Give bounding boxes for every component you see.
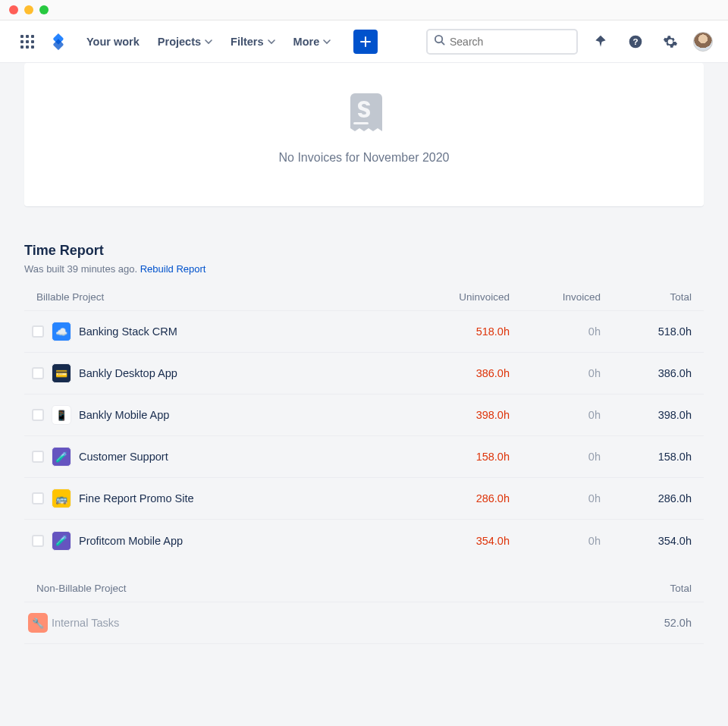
svg-rect-6 bbox=[20, 46, 24, 49]
chevron-down-icon bbox=[268, 36, 275, 48]
built-text: Was built 39 minutes ago. bbox=[24, 263, 137, 275]
primary-menu: Your work Projects Filters More bbox=[86, 30, 378, 54]
project-name: Profitcom Mobile App bbox=[79, 535, 431, 547]
app-switcher-icon[interactable] bbox=[15, 30, 39, 54]
project-icon: 🧪 bbox=[52, 447, 71, 467]
total-hours: 398.0h bbox=[613, 409, 704, 421]
total-hours: 386.0h bbox=[613, 367, 704, 379]
svg-rect-1 bbox=[26, 35, 29, 38]
row-checkbox[interactable] bbox=[32, 535, 44, 547]
col-project: Non-Billable Project bbox=[24, 583, 613, 594]
jira-logo-icon[interactable] bbox=[50, 33, 67, 50]
uninvoiced-hours: 386.0h bbox=[431, 367, 522, 379]
window-titlebar bbox=[0, 0, 728, 20]
total-hours: 518.0h bbox=[613, 325, 704, 338]
invoiced-hours: 0h bbox=[522, 535, 613, 547]
invoiced-hours: 0h bbox=[522, 367, 613, 379]
help-icon[interactable]: ? bbox=[623, 30, 648, 54]
project-icon: ☁️ bbox=[52, 322, 71, 341]
row-checkbox[interactable] bbox=[32, 492, 44, 504]
table-row[interactable]: 🔧Internal Tasks52.0h bbox=[24, 602, 704, 644]
table-row[interactable]: 💳Bankly Desktop App386.0h0h386.0h bbox=[24, 353, 704, 394]
invoiced-hours: 0h bbox=[522, 409, 613, 421]
invoiced-hours: 0h bbox=[522, 492, 613, 504]
project-name: Fine Report Promo Site bbox=[79, 492, 431, 504]
project-name: Bankly Desktop App bbox=[79, 367, 431, 379]
top-navigation: Your work Projects Filters More bbox=[0, 20, 728, 63]
table-row[interactable]: 📱Bankly Mobile App398.0h0h398.0h bbox=[24, 394, 704, 436]
table-header: Billable Project Uninvoiced Invoiced Tot… bbox=[24, 291, 704, 311]
row-checkbox[interactable] bbox=[32, 367, 44, 379]
svg-rect-12 bbox=[353, 122, 369, 124]
menu-label: Your work bbox=[86, 36, 140, 48]
project-icon: 🚌 bbox=[52, 489, 71, 508]
total-hours: 158.0h bbox=[613, 451, 704, 463]
window-minimize-dot[interactable] bbox=[24, 5, 33, 14]
search-input[interactable] bbox=[450, 36, 570, 48]
chevron-down-icon bbox=[205, 36, 212, 48]
svg-rect-5 bbox=[31, 40, 34, 43]
project-icon: 📱 bbox=[52, 405, 71, 425]
svg-rect-7 bbox=[26, 46, 29, 49]
svg-rect-4 bbox=[26, 40, 29, 43]
col-total: Total bbox=[613, 583, 704, 594]
project-icon: 🔧 bbox=[28, 613, 48, 633]
menu-filters[interactable]: Filters bbox=[231, 36, 275, 48]
rebuild-report-link[interactable]: Rebuild Report bbox=[140, 263, 206, 275]
menu-your-work[interactable]: Your work bbox=[86, 36, 140, 48]
col-total: Total bbox=[613, 291, 704, 303]
col-uninvoiced: Uninvoiced bbox=[431, 291, 522, 303]
time-report-section: Time Report Was built 39 minutes ago. Re… bbox=[24, 243, 704, 644]
menu-label: More bbox=[293, 36, 320, 48]
billable-projects-table: Billable Project Uninvoiced Invoiced Tot… bbox=[24, 291, 704, 561]
svg-rect-3 bbox=[20, 40, 24, 43]
menu-label: Filters bbox=[231, 36, 264, 48]
project-icon: 💳 bbox=[52, 363, 71, 383]
menu-projects[interactable]: Projects bbox=[158, 36, 212, 48]
invoiced-hours: 0h bbox=[522, 325, 613, 338]
row-checkbox[interactable] bbox=[32, 451, 44, 463]
search-input-wrapper[interactable] bbox=[426, 29, 578, 55]
project-name: Bankly Mobile App bbox=[79, 409, 431, 421]
project-name: Customer Support bbox=[79, 451, 431, 463]
row-checkbox[interactable] bbox=[32, 325, 44, 338]
invoiced-hours: 0h bbox=[522, 451, 613, 463]
col-project: Billable Project bbox=[24, 291, 431, 303]
total-hours: 354.0h bbox=[613, 535, 704, 547]
invoices-empty-card: No Invoices for November 2020 bbox=[24, 63, 704, 206]
menu-more[interactable]: More bbox=[293, 36, 331, 48]
table-row[interactable]: ☁️Banking Stack CRM518.0h0h518.0h bbox=[24, 311, 704, 353]
uninvoiced-hours: 158.0h bbox=[431, 451, 522, 463]
nonbillable-projects-table: Non-Billable Project Total 🔧Internal Tas… bbox=[24, 583, 704, 644]
search-icon bbox=[434, 34, 445, 49]
uninvoiced-hours: 518.0h bbox=[431, 325, 522, 338]
col-invoiced: Invoiced bbox=[522, 291, 613, 303]
window-close-dot[interactable] bbox=[9, 5, 18, 14]
svg-rect-0 bbox=[20, 35, 24, 38]
row-checkbox[interactable] bbox=[32, 409, 44, 421]
svg-rect-8 bbox=[31, 46, 34, 49]
table-row[interactable]: 🧪Customer Support158.0h0h158.0h bbox=[24, 436, 704, 478]
table-row[interactable]: 🚌Fine Report Promo Site286.0h0h286.0h bbox=[24, 478, 704, 520]
uninvoiced-hours: 286.0h bbox=[431, 492, 522, 504]
uninvoiced-hours: 354.0h bbox=[431, 535, 522, 547]
svg-text:?: ? bbox=[632, 36, 638, 46]
chevron-down-icon bbox=[323, 36, 331, 48]
project-icon: 🧪 bbox=[52, 531, 71, 551]
project-name: Internal Tasks bbox=[52, 617, 613, 629]
menu-label: Projects bbox=[158, 36, 201, 48]
section-subtitle: Was built 39 minutes ago. Rebuild Report bbox=[24, 263, 704, 275]
create-button[interactable] bbox=[353, 30, 378, 54]
window-maximize-dot[interactable] bbox=[39, 5, 49, 14]
receipt-icon bbox=[346, 93, 382, 139]
empty-state-message: No Invoices for November 2020 bbox=[279, 151, 450, 165]
uninvoiced-hours: 398.0h bbox=[431, 409, 522, 421]
settings-icon[interactable] bbox=[658, 30, 682, 54]
table-row[interactable]: 🧪Profitcom Mobile App354.0h0h354.0h bbox=[24, 520, 704, 561]
profile-avatar[interactable] bbox=[693, 32, 713, 52]
svg-rect-2 bbox=[31, 35, 34, 38]
total-hours: 286.0h bbox=[613, 492, 704, 504]
project-name: Banking Stack CRM bbox=[79, 325, 431, 338]
section-title: Time Report bbox=[24, 243, 704, 259]
notifications-icon[interactable] bbox=[588, 30, 613, 54]
